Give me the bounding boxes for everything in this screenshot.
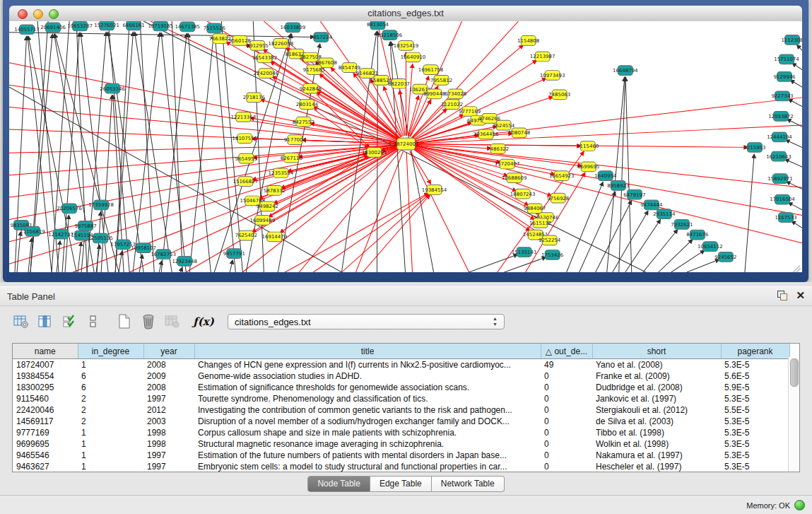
graph-node[interactable]: 9115460 bbox=[577, 141, 599, 151]
graph-node[interactable]: 5878332 bbox=[264, 185, 286, 195]
graph-node[interactable]: 8427552 bbox=[293, 117, 314, 127]
close-panel-icon[interactable]: ✕ bbox=[796, 291, 805, 300]
select-rows-button[interactable] bbox=[59, 312, 79, 332]
graph-node[interactable]: 9474444 bbox=[640, 200, 663, 210]
network-window-titlebar[interactable]: citations_edges.txt bbox=[9, 6, 802, 22]
tab-edge-table[interactable]: Edge Table bbox=[370, 476, 432, 492]
graph-node[interactable]: 14671385 bbox=[175, 22, 200, 32]
graph-node[interactable]: 15276021 bbox=[94, 21, 119, 30]
column-header-in_degree[interactable]: in_degree bbox=[78, 344, 143, 359]
graph-node[interactable]: 8958923 bbox=[607, 181, 629, 191]
show-columns-button[interactable] bbox=[35, 312, 55, 332]
graph-node[interactable]: 9756928 bbox=[547, 193, 569, 203]
table-scrollbar-thumb[interactable] bbox=[790, 358, 799, 387]
table-row[interactable]: 946554611997Estimation of the future num… bbox=[13, 450, 789, 461]
graph-node[interactable]: 18107550 bbox=[233, 134, 258, 144]
graph-node[interactable]: 12093872 bbox=[768, 111, 794, 121]
table-row[interactable]: 1830029562008Estimation of significance … bbox=[13, 382, 789, 393]
float-panel-icon[interactable] bbox=[777, 291, 787, 300]
graph-node[interactable]: 26053346 bbox=[100, 83, 125, 93]
graph-node[interactable]: 8215953 bbox=[743, 143, 765, 153]
delete-table-button[interactable] bbox=[139, 312, 158, 332]
graph-node[interactable]: 10973493 bbox=[540, 71, 565, 81]
graph-node[interactable]: 19384554 bbox=[422, 185, 447, 194]
column-header-title[interactable]: title bbox=[194, 344, 541, 359]
graph-node[interactable]: 12923448 bbox=[172, 256, 197, 266]
graph-node[interactable]: 16210643 bbox=[766, 151, 792, 161]
graph-node[interactable]: 1112308 bbox=[781, 35, 802, 45]
graph-node[interactable]: 1121022 bbox=[441, 100, 463, 110]
import-table-button-disabled[interactable] bbox=[163, 312, 182, 332]
graph-node[interactable]: 6479197 bbox=[623, 189, 645, 199]
graph-node[interactable]: 18325419 bbox=[394, 40, 419, 50]
graph-node[interactable]: 12213987 bbox=[530, 52, 555, 62]
column-header-name[interactable]: name bbox=[13, 344, 78, 359]
graph-node[interactable]: 10688609 bbox=[502, 173, 527, 183]
graph-node[interactable]: 6466161 bbox=[123, 21, 145, 30]
graph-node[interactable]: 16961758 bbox=[418, 65, 444, 75]
graph-node[interactable]: 6734028 bbox=[445, 89, 466, 99]
graph-node[interactable]: 12213363 bbox=[230, 112, 256, 122]
function-builder-button[interactable]: ƒ(x) bbox=[194, 312, 213, 332]
graph-node[interactable]: 7932621 bbox=[671, 219, 693, 229]
graph-node[interactable]: 15892971 bbox=[767, 174, 793, 184]
column-header-pagerank[interactable]: pagerank bbox=[721, 344, 789, 359]
column-header-year[interactable]: year bbox=[143, 344, 194, 359]
table-row[interactable]: 2242004622012Investigating the contribut… bbox=[13, 404, 789, 416]
table-settings-button[interactable] bbox=[11, 312, 31, 332]
graph-node[interactable]: 15166827 bbox=[233, 177, 259, 187]
table-row[interactable]: 1456911722003Disruption of a novel membe… bbox=[13, 416, 789, 427]
column-header-short[interactable]: short bbox=[592, 344, 721, 359]
table-row[interactable]: 911546021997Tourette syndrome. Phenomeno… bbox=[13, 393, 789, 404]
status-bar: Memory: OK bbox=[0, 495, 812, 514]
table-row[interactable]: 946362711997Embryonic stem cells: a mode… bbox=[13, 461, 789, 472]
graph-node[interactable]: 16640910 bbox=[401, 52, 426, 62]
svg-text:12093872: 12093872 bbox=[768, 114, 794, 119]
graph-node[interactable]: 12444194 bbox=[767, 132, 792, 142]
graph-node[interactable]: 8267110 bbox=[281, 153, 302, 163]
graph-node[interactable]: 1154808 bbox=[517, 36, 539, 46]
table-scrollbar[interactable] bbox=[788, 357, 799, 472]
table-source-select[interactable]: citations_edges.txt ▲▼ bbox=[228, 314, 505, 329]
table-row[interactable]: 1938455462009Genome-wide association stu… bbox=[13, 370, 789, 382]
graph-node[interactable]: 9245652 bbox=[714, 252, 736, 262]
graph-node[interactable]: 9654955 bbox=[235, 153, 257, 163]
graph-node[interactable]: 1753426 bbox=[541, 250, 563, 260]
graph-node[interactable]: 1640954 bbox=[594, 171, 617, 181]
network-window[interactable]: citations_edges.txt 18724007766382295601… bbox=[3, 0, 808, 282]
graph-node[interactable]: 18226058 bbox=[269, 39, 294, 49]
graph-node[interactable]: 2718176 bbox=[243, 93, 265, 103]
graph-node[interactable]: 10653287 bbox=[67, 21, 93, 31]
graph-node[interactable]: 16099489 bbox=[250, 216, 276, 226]
graph-node[interactable]: 18724007 bbox=[394, 138, 419, 150]
graph-node[interactable]: 17016504 bbox=[770, 194, 795, 204]
column-header-out_de[interactable]: △ out_de... bbox=[541, 344, 592, 359]
graph-node[interactable]: 10654112 bbox=[698, 242, 723, 252]
graph-node[interactable]: 9457791 bbox=[223, 249, 245, 259]
graph-node[interactable]: 9884067 bbox=[524, 204, 546, 214]
new-table-button[interactable] bbox=[114, 312, 134, 332]
table-row[interactable]: 1872400712008Changes of HCN gene express… bbox=[13, 359, 789, 371]
graph-node[interactable]: 8813054 bbox=[367, 21, 389, 30]
memory-status-indicator[interactable] bbox=[794, 500, 805, 510]
graph-node[interactable]: 9975887 bbox=[75, 221, 97, 230]
graph-node[interactable]: 15751074 bbox=[774, 54, 799, 64]
graph-node[interactable]: 20206576 bbox=[57, 204, 82, 214]
graph-node[interactable]: 9227343 bbox=[771, 91, 793, 101]
table-row[interactable]: 977716911998Corpus callosum shape and si… bbox=[13, 427, 789, 438]
row-height-button[interactable] bbox=[83, 312, 103, 332]
graph-node[interactable]: 16654923 bbox=[549, 171, 575, 181]
graph-node[interactable]: 7485063 bbox=[548, 90, 570, 100]
graph-node[interactable]: 20691406 bbox=[40, 23, 66, 33]
table-row[interactable]: 969969511998Structural magnetic resonanc… bbox=[13, 438, 789, 450]
graph-node[interactable]: 9129946 bbox=[773, 72, 795, 82]
graph-node[interactable]: 16648794 bbox=[613, 66, 638, 76]
graph-node[interactable]: 16033809 bbox=[281, 23, 306, 33]
tab-network-table[interactable]: Network Table bbox=[432, 476, 505, 492]
graph-node[interactable]: 20364456 bbox=[473, 129, 499, 139]
graph-node[interactable]: 10719185 bbox=[148, 21, 173, 31]
network-view[interactable]: 1872400776638229560128891295518226058818… bbox=[9, 21, 802, 272]
tab-node-table[interactable]: Node Table bbox=[307, 476, 370, 492]
graph-node[interactable]: 8471676 bbox=[686, 230, 708, 240]
window-resize-grip[interactable] bbox=[792, 262, 801, 271]
